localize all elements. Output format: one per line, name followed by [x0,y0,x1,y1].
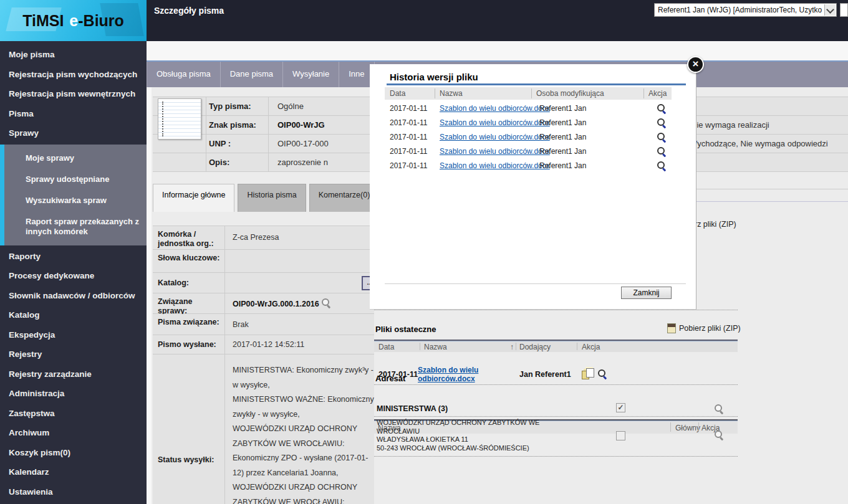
sort-asc-icon[interactable]: ↑ [510,343,514,351]
sidebar-item-ustawienia[interactable]: Ustawienia [0,482,147,502]
divider [224,226,225,504]
field-label: Opis: [209,158,229,167]
close-icon[interactable]: × [687,56,704,73]
magnifier-icon[interactable] [657,161,667,171]
version-person: Referent1 Jan [539,133,586,141]
field-label: Znak pisma: [209,120,256,130]
file-link-line2[interactable]: odbiorców.docx [418,375,478,384]
magnifier-icon[interactable] [597,369,607,379]
tab-historia-pisma[interactable]: Historia pisma [238,184,306,212]
related-case-number: OIP00-WrJG.000.1.2016 [233,300,319,308]
app-logo[interactable]: TiMSI e -Biuro [0,0,147,41]
sidebar: TiMSI e -Biuro Moje pisma Rejestracja pi… [0,0,147,504]
sidebar-item-kalendarz[interactable]: Kalendarz [0,462,147,482]
version-file-link[interactable]: Szablon do wielu odbiorców.docx [440,118,550,127]
sidebar-item-administracja[interactable]: Administracja [0,384,147,404]
content-header-strip [147,41,848,60]
detail-label: Związane sprawy: [158,297,221,316]
divider [516,343,516,350]
details-table: Komórka / jednostka org.: Z-ca Prezesa S… [153,226,374,504]
version-file-link[interactable]: Szablon do wielu odbiorców.docx [440,147,550,156]
tab-obsluga-pisma[interactable]: Obsługa pisma [147,62,221,87]
app-window: TiMSI e -Biuro Moje pisma Rejestracja pi… [0,0,848,504]
version-file-link[interactable]: Szablon do wielu odbiorców.docx [440,133,550,141]
sidebar-item-archiwum[interactable]: Archiwum [0,423,147,443]
user-select[interactable]: Referent1 Jan (WrJG) [AdministratorTech,… [654,3,837,17]
sidebar-item-sprawy-udostepniane[interactable]: Sprawy udostępniane [4,169,147,190]
download-zip-link-final-files[interactable]: Pobierz pliki (ZIP) [667,323,741,333]
sidebar-item-rejestry-zarzadzanie[interactable]: Rejestry zarządzanie [0,364,147,384]
version-person: Referent1 Jan [539,161,586,170]
tab-komentarze[interactable]: Komentarze(0) [309,184,380,212]
recipient-name: MINISTERSTWA (3) [377,404,448,413]
column-header-akcja: Akcja [582,343,600,351]
detail-label: Słowa kluczowe: [158,254,221,263]
recipient-row-wuoz: WOJEWÓDZKI URZĄD OCHRONY ZABYTKÓW WE WRO… [374,416,738,457]
version-person: Referent1 Jan [539,118,586,127]
final-files-table-header: Data Nazwa ↑ Dodający Akcja [374,340,738,352]
tab-wysylanie[interactable]: Wysyłanie [283,62,339,87]
detail-row-slowa-kluczowe: Słowa kluczowe: [153,250,374,273]
related-case-link[interactable]: OIP00-WrJG.000.1.2016 [233,298,331,308]
sidebar-item-moje-sprawy[interactable]: Moje sprawy [4,148,147,169]
recipient-row-ministerstwa: MINISTERSTWA (3) [374,401,738,417]
content-left-gutter [147,87,152,504]
version-person: Referent1 Jan [539,147,586,156]
sidebar-item-ekspedycja[interactable]: Ekspedycja [0,325,147,345]
file-link-line1[interactable]: Szablon do wielu [418,366,478,375]
magnifier-icon[interactable] [714,404,724,414]
sidebar-item-raport-spraw[interactable]: Raport spraw przekazanych z innych komór… [4,211,147,242]
sidebar-item-rejestracja-wewnetrznych[interactable]: Rejestracja pism wewnętrznych [0,84,147,104]
version-file-link[interactable]: Szablon do wielu odbiorców.docx [440,161,550,170]
version-date: 2017-01-11 [390,118,428,127]
sidebar-item-rejestry[interactable]: Rejestry [0,345,147,364]
sidebar-item-pisma[interactable]: Pisma [0,104,147,124]
version-person: Referent1 Jan [539,104,586,113]
sidebar-item-slownik-nadawcow[interactable]: Słownik nadawców / odbiorców [0,286,147,306]
sidebar-item-moje-pisma[interactable]: Moje pisma [0,45,147,65]
detail-row-pisma-zwiazane: Pisma związane: Brak [153,314,374,335]
main-recipient-checkbox-checked[interactable] [616,403,625,412]
main-recipient-checkbox-unchecked[interactable] [616,431,625,440]
divider [420,343,420,350]
detail-label: Komórka / jednostka org.: [158,230,221,249]
tab-informacje-glowne[interactable]: Informacje główne [153,184,234,212]
column-header-nazwa[interactable]: Nazwa [424,343,447,351]
magnifier-icon[interactable] [657,132,667,142]
document-icon [158,98,201,140]
version-file-link[interactable]: Szablon do wielu odbiorców.docx [440,104,550,113]
file-link[interactable]: Szablon do wielu odbiorców.docx [418,366,478,383]
version-date: 2017-01-11 [390,161,428,170]
field-value-right: Wychodzące, Nie wymaga odpowiedzi [690,139,828,148]
magnifier-icon[interactable] [657,146,667,156]
detail-row-zwiazane-sprawy: Związane sprawy: OIP00-WrJG.000.1.2016 [153,293,374,314]
file-version-row: 2017-01-11 Szablon do wielu odbiorców.do… [385,102,672,116]
sidebar-item-raporty[interactable]: Raporty [0,247,147,267]
tab-dane-pisma[interactable]: Dane pisma [221,62,283,87]
recipients-title: Adresat [375,374,405,383]
sidebar-item-sprawy[interactable]: Sprawy [0,123,147,143]
topbar-partial-button[interactable] [840,3,848,17]
sidebar-item-zastepstwa[interactable]: Zastępstwa [0,404,147,424]
sidebar-item-wyszukiwarka-spraw[interactable]: Wyszukiwarka spraw [4,190,147,211]
magnifier-icon[interactable] [657,103,667,113]
close-button[interactable]: Zamknij [621,287,672,299]
sidebar-item-koszyk-pism[interactable]: Koszyk pism(0) [0,443,147,463]
detail-row-katalog: Katalog: [153,273,374,293]
field-value: OIP00-WrJG [277,120,325,130]
sidebar-item-katalog[interactable]: Katalog [0,305,147,325]
magnifier-icon[interactable] [714,430,724,440]
sidebar-item-procesy-dedykowane[interactable]: Procesy dedykowane [0,266,147,286]
modal-table-header: Data Nazwa Osoba modyfikująca Akcja [385,87,672,100]
field-value-right: Nie wymaga realizacji [691,120,769,130]
file-version-row: 2017-01-11 Szablon do wielu odbiorców.do… [385,159,672,173]
column-header-osoba: Osoba modyfikująca [536,89,604,98]
magnifier-icon[interactable] [657,118,667,128]
divider [531,88,532,98]
copy-files-icon[interactable] [582,368,594,379]
field-label: UNP : [209,139,231,148]
topbar: Szczegóły pisma Referent1 Jan (WrJG) [Ad… [147,0,848,41]
magnifier-icon[interactable] [321,298,331,308]
file-version-history-modal: Historia wersji pliku Data Nazwa Osoba m… [370,64,696,310]
sidebar-item-rejestracja-wychodzacych[interactable]: Rejestracja pism wychodzących [0,65,147,85]
